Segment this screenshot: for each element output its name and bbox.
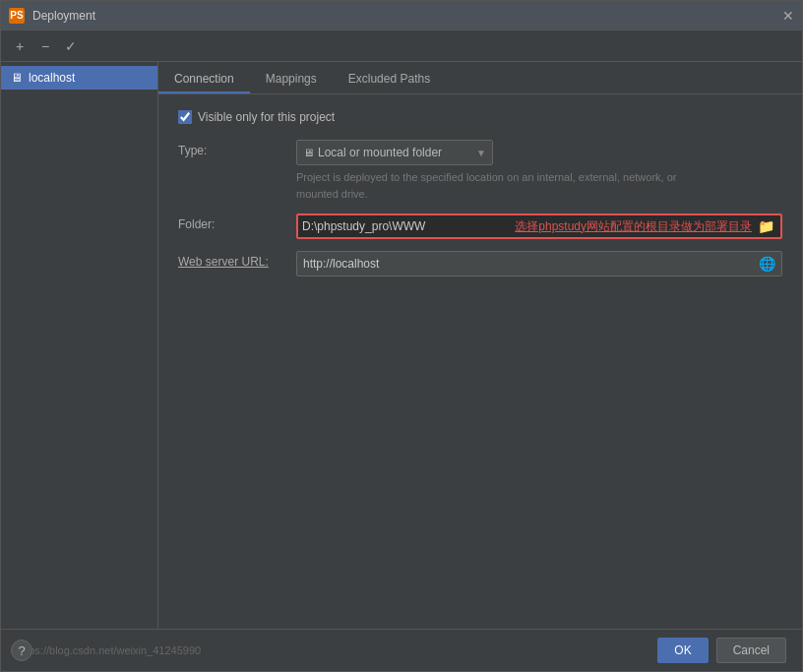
type-hint: Project is deployed to the specified loc… [296,169,690,202]
type-row: Type: 🖥 Local or mounted folder ▼ Projec… [178,140,782,202]
add-button[interactable]: + [9,35,31,57]
tab-connection[interactable]: Connection [158,66,250,93]
dialog-title: Deployment [32,9,95,23]
tab-excluded-paths[interactable]: Excluded Paths [333,66,446,93]
close-button[interactable]: ✕ [782,8,794,24]
web-url-input[interactable] [297,254,753,274]
folder-field: D:\phpstudy_pro\WWW 选择phpstudy网站配置的根目录做为… [296,214,782,239]
app-icon: PS [9,8,25,24]
remove-button[interactable]: − [34,35,56,57]
visible-checkbox-label: Visible only for this project [198,110,335,124]
folder-annotation-text[interactable]: 选择phpstudy网站配置的根目录做为部署目录 [515,218,752,235]
title-bar-left: PS Deployment [9,8,95,24]
web-url-control: 🌐 [296,251,782,276]
bottom-bar: https://blog.csdn.net/weixin_41245990 OK… [1,629,802,671]
tab-mappings[interactable]: Mappings [250,66,333,93]
help-button[interactable]: ? [11,640,32,661]
folder-label: Folder: [178,214,296,231]
sidebar: 🖥 localhost [1,62,158,629]
server-icon: 🖥 [11,71,23,85]
web-url-field: 🌐 [296,251,782,276]
deployment-dialog: PS Deployment ✕ + − ✓ 🖥 localhost Connec… [0,0,803,672]
type-dropdown[interactable]: 🖥 Local or mounted folder ▼ [296,140,493,165]
sidebar-item-label: localhost [29,71,75,85]
folder-path-text: D:\phpstudy_pro\WWW [302,219,511,233]
tabs: Connection Mappings Excluded Paths [158,62,802,94]
type-label: Type: [178,140,296,157]
web-url-row: Web server URL: 🌐 [178,251,782,276]
status-url: https://blog.csdn.net/weixin_41245990 [17,644,649,656]
form-area: Visible only for this project Type: 🖥 Lo… [158,94,802,629]
title-bar: PS Deployment ✕ [1,1,802,31]
type-control: 🖥 Local or mounted folder ▼ Project is d… [296,140,782,202]
folder-browse-button[interactable]: 📁 [756,218,776,234]
cancel-button[interactable]: Cancel [716,638,786,663]
main-area: 🖥 localhost Connection Mappings Excluded… [1,62,802,629]
folder-type-icon: 🖥 [303,147,314,158]
toolbar: + − ✓ [1,31,802,62]
sidebar-item-localhost[interactable]: 🖥 localhost [1,66,157,90]
type-dropdown-text: Local or mounted folder [318,146,472,159]
visible-checkbox-row: Visible only for this project [178,110,782,124]
check-button[interactable]: ✓ [60,35,82,57]
globe-icon: 🌐 [753,256,781,272]
folder-control: D:\phpstudy_pro\WWW 选择phpstudy网站配置的根目录做为… [296,214,782,239]
ok-button[interactable]: OK [657,638,708,663]
chevron-down-icon: ▼ [476,148,486,158]
content-area: Connection Mappings Excluded Paths Visib… [158,62,802,629]
web-url-label: Web server URL: [178,251,296,269]
folder-row-container: Folder: D:\phpstudy_pro\WWW 选择phpstudy网站… [178,214,782,239]
visible-checkbox[interactable] [178,110,192,124]
